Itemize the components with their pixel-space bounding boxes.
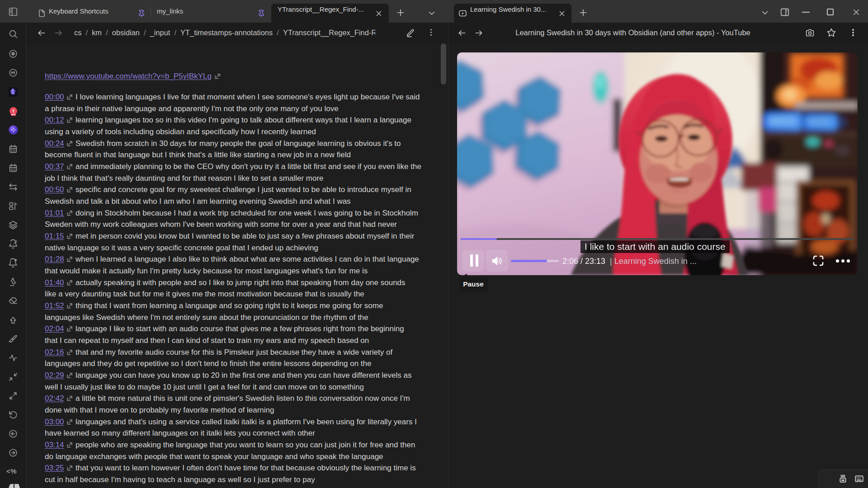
svg-text:T: T: [12, 109, 15, 113]
svg-text:web: web: [11, 113, 15, 116]
